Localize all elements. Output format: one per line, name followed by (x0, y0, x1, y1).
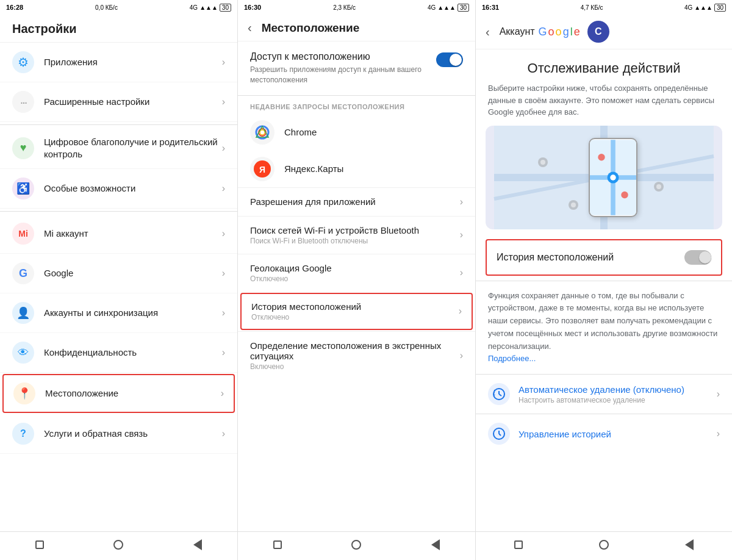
activity-desc: Выберите настройки ниже, чтобы сохранять… (476, 82, 732, 126)
nav-back-2[interactable] (429, 538, 442, 551)
auto-delete-sub: Настроить автоматическое удаление (518, 396, 717, 404)
auto-delete-chevron: › (717, 389, 720, 400)
manage-history-chevron: › (717, 428, 720, 439)
activity-title: Отслеживание действий (476, 49, 732, 82)
wifi-text: Поиск сетей Wi-Fi и устройств Bluetooth … (250, 225, 460, 245)
recent-chrome: Chrome (238, 114, 475, 151)
nav-square-1[interactable] (33, 538, 46, 551)
signal-icon-2: 4G ▲▲▲ (428, 4, 456, 11)
manage-history-text: Управление историей (518, 429, 717, 439)
emergency-text: Определение местоположения в экстренных … (250, 340, 460, 371)
accounts-label: Аккаунты и синхронизация (44, 307, 222, 319)
auto-delete-title: Автоматическое удаление (отключено) (518, 384, 717, 395)
nav-square-3[interactable] (512, 538, 525, 551)
settings-item-services[interactable]: ? Услуги и обратная связь › (0, 414, 237, 454)
svg-text:Я: Я (259, 165, 265, 174)
google-label: Google (44, 267, 222, 279)
settings-item-accounts[interactable]: 👤 Аккаунты и синхронизация › (0, 293, 237, 333)
time-3: 16:31 (482, 4, 499, 11)
location-icon: 📍 (13, 382, 35, 404)
user-avatar[interactable]: С (587, 21, 609, 43)
back-button-google[interactable]: ‹ (486, 25, 490, 39)
settings-item-wellbeing[interactable]: ♥ Цифровое благополучие и родительский к… (0, 127, 237, 169)
illustration-box (486, 126, 722, 229)
settings-item-privacy[interactable]: 👁 Конфиденциальность › (0, 333, 237, 373)
settings-item-accessibility[interactable]: ♿ Особые возможности › (0, 169, 237, 209)
learn-more-link[interactable]: Подробнее... (488, 354, 536, 363)
location-menu-wifi[interactable]: Поиск сетей Wi-Fi и устройств Bluetooth … (238, 216, 475, 254)
settings-item-advanced[interactable]: ··· Расширенные настройки › (0, 82, 237, 122)
permissions-chevron: › (460, 196, 463, 207)
location-toggle[interactable] (436, 52, 463, 67)
emergency-sub: Включено (250, 362, 460, 371)
settings-item-apps[interactable]: ⚙ Приложения › (0, 43, 237, 82)
history-text: История местоположений Отключено (251, 301, 459, 321)
history-title: История местоположений (251, 301, 459, 312)
settings-item-location[interactable]: 📍 Местоположение › (2, 374, 235, 413)
permissions-text: Разрешения для приложений (250, 196, 460, 207)
emergency-title: Определение местоположения в экстренных … (250, 340, 460, 361)
phone-screen-map (590, 139, 636, 216)
location-title: Местоположение (262, 21, 360, 35)
signal-icon-1: 4G (190, 4, 198, 11)
nav-home-3[interactable] (597, 538, 611, 551)
time-1: 16:28 (6, 4, 23, 11)
location-menu-geolocation[interactable]: Геолокация Google Отключено › (238, 254, 475, 292)
wellbeing-chevron: › (222, 143, 225, 154)
phone-illustration (589, 138, 637, 217)
data-speed-3: 4,7 КБ/с (581, 4, 603, 11)
toggle-thumb-google (699, 251, 711, 264)
wifi-title: Поиск сетей Wi-Fi и устройств Bluetooth (250, 225, 460, 235)
history-toggle-row[interactable]: История местоположений (486, 239, 722, 276)
advanced-chevron: › (222, 96, 225, 107)
google-g: g (563, 26, 569, 38)
settings-item-google[interactable]: G Google › (0, 254, 237, 293)
nav-home-1[interactable] (112, 538, 125, 551)
mi-icon: Mi (12, 223, 34, 245)
google-menu-manage-history[interactable]: Управление историей › (476, 414, 732, 453)
nav-back-3[interactable] (683, 538, 696, 551)
location-access-text: Доступ к местоположению Разрешить прилож… (250, 51, 430, 85)
accessibility-icon: ♿ (12, 178, 34, 199)
services-chevron: › (222, 428, 225, 439)
google-icon: G (12, 262, 34, 284)
location-chevron: › (221, 388, 224, 399)
google-content: Отслеживание действий Выберите настройки… (476, 49, 732, 531)
advanced-label: Расширенные настройки (44, 96, 222, 108)
nav-home-2[interactable] (350, 538, 363, 551)
svg-line-28 (499, 434, 501, 436)
google-menu-auto-delete[interactable]: Автоматическое удаление (отключено) Наст… (476, 374, 732, 414)
chrome-icon (250, 120, 274, 145)
svg-point-21 (598, 154, 605, 160)
status-bar-1: 16:28 0,0 КБ/с 4G ▲▲▲ 30 (0, 0, 237, 15)
location-access-row[interactable]: Доступ к местоположению Разрешить прилож… (238, 41, 475, 96)
google-o2: o (556, 26, 562, 38)
location-menu-permissions[interactable]: Разрешения для приложений › (238, 187, 475, 216)
bottom-nav-2 (238, 531, 475, 560)
yandex-icon: Я (250, 157, 274, 181)
divider-1 (0, 124, 237, 125)
data-speed-1: 0,0 КБ/с (95, 4, 118, 11)
wellbeing-icon: ♥ (12, 137, 34, 159)
svg-point-3 (260, 130, 265, 135)
status-icons-1: 4G ▲▲▲ 30 (190, 4, 231, 12)
auto-delete-icon (488, 383, 510, 405)
geolocation-sub: Отключено (250, 275, 460, 283)
location-menu-emergency[interactable]: Определение местоположения в экстренных … (238, 331, 475, 379)
nav-back-1[interactable] (191, 538, 204, 551)
mi-chevron: › (222, 228, 225, 239)
location-header: ‹ Местоположение (238, 15, 475, 41)
recent-yandex: Я Яндекс.Карты (238, 151, 475, 187)
apps-icon: ⚙ (12, 51, 34, 73)
nav-square-2[interactable] (271, 538, 284, 551)
accessibility-chevron: › (222, 183, 225, 194)
manage-history-clock-icon (492, 427, 506, 440)
location-menu-history[interactable]: История местоположений Отключено › (240, 293, 473, 330)
google-panel: 16:31 4,7 КБ/с 4G ▲▲▲ 30 ‹ Аккаунт Googl… (476, 0, 732, 560)
geolocation-title: Геолокация Google (250, 263, 460, 273)
time-2: 16:30 (244, 4, 261, 11)
back-button-location[interactable]: ‹ (248, 21, 252, 35)
settings-item-mi[interactable]: Mi Mi аккаунт › (0, 214, 237, 254)
history-toggle-switch[interactable] (684, 250, 711, 265)
privacy-label: Конфиденциальность (44, 346, 222, 359)
